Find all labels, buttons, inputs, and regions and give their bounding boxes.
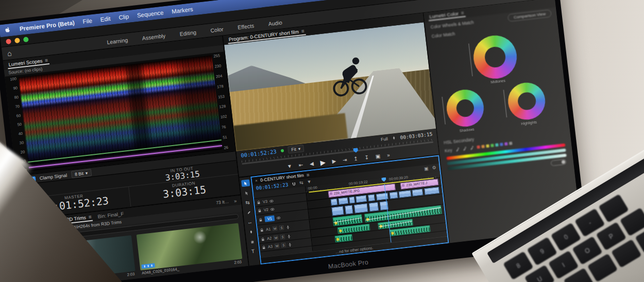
menu-item-clip[interactable]: Clip bbox=[118, 13, 129, 21]
solo-button[interactable]: S bbox=[281, 242, 286, 248]
go-to-in-icon[interactable]: ⇤ bbox=[298, 162, 303, 168]
lock-icon[interactable] bbox=[259, 218, 263, 222]
extract-icon[interactable]: ↧ bbox=[364, 154, 369, 160]
panel-menu-icon[interactable]: ≡ bbox=[88, 214, 92, 220]
chevron-down-icon: ▾ bbox=[298, 146, 300, 151]
level-tick: 128 bbox=[219, 103, 229, 109]
home-icon[interactable]: ⌂ bbox=[7, 49, 12, 57]
timeline-settings-wrench-icon[interactable]: ⚙ bbox=[432, 165, 436, 170]
eye-icon[interactable] bbox=[276, 216, 281, 220]
track-name: V3 bbox=[263, 199, 268, 204]
solo-button[interactable]: S bbox=[280, 234, 285, 239]
linked-selection-icon[interactable]: ⇆ bbox=[299, 181, 304, 186]
panel-menu-icon[interactable]: ≡ bbox=[306, 172, 310, 178]
zoom-level-dropdown[interactable]: Fit ▾ bbox=[287, 145, 304, 154]
lock-icon[interactable] bbox=[261, 237, 265, 241]
zoom-window-button[interactable] bbox=[23, 37, 29, 42]
color-output-toggle[interactable] bbox=[551, 159, 567, 166]
ire-tick: 30 bbox=[14, 140, 24, 146]
mic-icon[interactable] bbox=[286, 225, 291, 230]
panel-overflow-icon[interactable]: » bbox=[234, 198, 238, 204]
lift-icon[interactable]: ↥ bbox=[353, 155, 359, 162]
lock-icon[interactable] bbox=[257, 208, 262, 213]
mute-button[interactable]: M bbox=[274, 235, 279, 240]
program-playhead[interactable] bbox=[353, 148, 359, 153]
play-icon[interactable]: ▶ bbox=[320, 158, 326, 166]
mute-button[interactable]: M bbox=[273, 226, 278, 231]
menu-item-markers[interactable]: Markers bbox=[172, 6, 194, 15]
pen-tool[interactable] bbox=[246, 228, 255, 236]
eyedropper-minus-icon[interactable] bbox=[469, 146, 474, 150]
level-tick: 178 bbox=[217, 83, 227, 89]
button-editor-icon[interactable]: » bbox=[386, 152, 390, 158]
step-forward-icon[interactable]: ▶ bbox=[332, 158, 336, 164]
mic-icon[interactable] bbox=[287, 242, 292, 246]
eyedropper-plus-icon[interactable] bbox=[462, 146, 467, 151]
type-tool[interactable]: T bbox=[249, 248, 258, 255]
solo-button[interactable]: S bbox=[279, 225, 284, 231]
selection-tool[interactable] bbox=[241, 180, 250, 187]
track-name: V2 bbox=[263, 207, 268, 213]
level-tick: 153 bbox=[218, 94, 228, 99]
mic-icon[interactable] bbox=[287, 234, 292, 239]
track-name-selected[interactable]: V1 bbox=[264, 215, 275, 222]
lock-icon[interactable] bbox=[257, 200, 261, 205]
close-icon[interactable]: × bbox=[255, 178, 258, 183]
workspace-tab-audio[interactable]: Audio bbox=[268, 19, 282, 27]
step-back-icon[interactable]: ◀ bbox=[309, 161, 314, 167]
workspace-tab-assembly[interactable]: Assembly bbox=[142, 32, 166, 41]
color-swatches[interactable] bbox=[477, 142, 512, 149]
bit-depth-value: 8 Bit bbox=[75, 170, 84, 177]
add-marker-icon[interactable]: ▼ bbox=[307, 180, 312, 185]
playback-resolution-dropdown[interactable]: Full bbox=[381, 136, 388, 142]
menu-item-edit[interactable]: Edit bbox=[100, 15, 111, 23]
workspace-tab-editing[interactable]: Editing bbox=[179, 29, 196, 37]
panel-menu-icon[interactable]: ≡ bbox=[301, 28, 304, 34]
highlights-wheel[interactable] bbox=[506, 81, 548, 122]
ire-tick: 50 bbox=[12, 122, 22, 128]
annotate-pen-icon[interactable] bbox=[392, 136, 396, 140]
tab-bin-final[interactable]: Bin: Final_F bbox=[97, 210, 124, 219]
clip-duration: 2:03 bbox=[127, 272, 135, 277]
add-marker-icon[interactable]: ▼ bbox=[286, 163, 292, 169]
eye-icon[interactable] bbox=[269, 199, 274, 203]
panel-menu-icon[interactable]: ≡ bbox=[45, 57, 48, 63]
workspace-tab-effects[interactable]: Effects bbox=[238, 22, 255, 30]
panel-menu-icon[interactable]: ≡ bbox=[461, 10, 464, 16]
shadows-wheel[interactable] bbox=[445, 87, 486, 129]
lock-icon[interactable] bbox=[260, 227, 264, 232]
workspace-tab-learning[interactable]: Learning bbox=[107, 37, 128, 45]
ripple-edit-tool[interactable]: ⇆ bbox=[243, 199, 252, 206]
ire-tick: 80 bbox=[9, 95, 19, 100]
program-monitor-video[interactable] bbox=[224, 22, 436, 151]
midtones-label: Midtones bbox=[490, 79, 505, 84]
bezel-brand-text: MacBook Pro bbox=[328, 258, 368, 270]
eye-icon[interactable] bbox=[270, 207, 275, 212]
hand-tool[interactable] bbox=[247, 238, 256, 245]
level-tick: 204 bbox=[215, 73, 226, 79]
items-count: 73 It… bbox=[216, 199, 229, 205]
mute-button[interactable]: M bbox=[275, 243, 280, 249]
menu-item-file[interactable]: File bbox=[82, 17, 93, 25]
apple-logo-icon[interactable] bbox=[4, 26, 12, 34]
go-to-out-icon[interactable]: ⇥ bbox=[342, 156, 347, 163]
eyedropper-icon[interactable] bbox=[455, 147, 460, 152]
lock-icon[interactable] bbox=[262, 245, 266, 250]
ire-tick: 40 bbox=[13, 131, 23, 137]
menu-item-sequence[interactable]: Sequence bbox=[137, 9, 164, 19]
minimize-window-button[interactable] bbox=[14, 38, 20, 43]
snap-magnet-icon[interactable] bbox=[292, 182, 296, 186]
track-name: A3 bbox=[267, 244, 273, 249]
key-label: Key bbox=[445, 148, 453, 154]
captions-icon[interactable]: ▣ bbox=[424, 166, 429, 171]
workspace-tab-color[interactable]: Color bbox=[210, 26, 224, 33]
midtones-wheel[interactable] bbox=[471, 33, 519, 81]
export-frame-icon[interactable]: ▣ bbox=[375, 153, 381, 159]
level-tick: 255 bbox=[213, 53, 224, 59]
close-window-button[interactable] bbox=[6, 39, 11, 44]
clip-cell[interactable]: A048_C026_010164_ 2:03 bbox=[137, 223, 243, 276]
media-type-badge bbox=[141, 263, 155, 269]
slip-tool[interactable]: ↔ bbox=[245, 218, 254, 226]
track-select-forward-tool[interactable] bbox=[242, 189, 251, 197]
razor-tool[interactable] bbox=[244, 208, 253, 216]
